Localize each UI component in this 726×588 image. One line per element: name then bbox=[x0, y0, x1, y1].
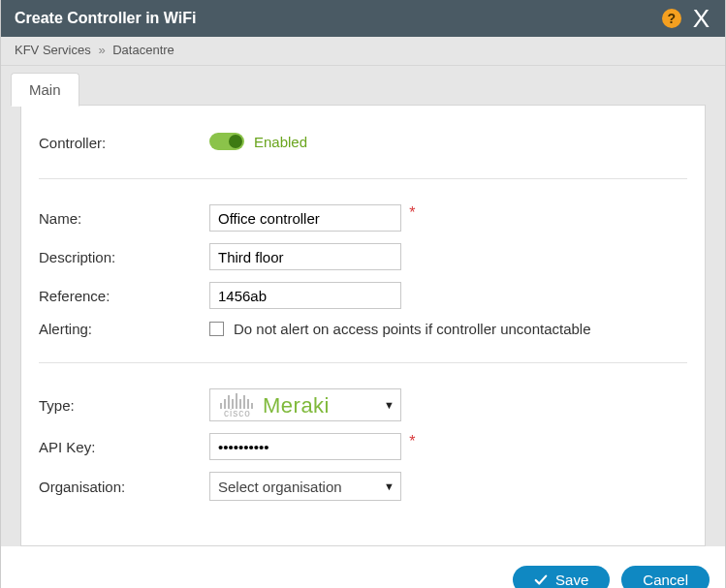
apikey-input[interactable] bbox=[209, 433, 401, 460]
tab-label: Main bbox=[29, 81, 61, 98]
chevron-down-icon: ▼ bbox=[384, 399, 395, 411]
cancel-button[interactable]: Cancel bbox=[621, 566, 710, 588]
close-icon[interactable]: X bbox=[689, 6, 713, 31]
check-icon bbox=[534, 573, 548, 587]
required-marker: * bbox=[409, 204, 415, 221]
modal-titlebar: Create Controller in WiFi ? X bbox=[1, 0, 725, 37]
tab-panel-main: Controller: Enabled bbox=[20, 105, 706, 546]
toggle-track bbox=[209, 133, 244, 150]
toggle-state-label: Enabled bbox=[254, 134, 307, 150]
name-input[interactable] bbox=[209, 204, 401, 232]
alerting-checkbox[interactable] bbox=[209, 322, 224, 336]
controller-label: Controller: bbox=[39, 127, 209, 159]
controller-enabled-toggle[interactable]: Enabled bbox=[209, 133, 307, 150]
description-input[interactable] bbox=[209, 243, 401, 270]
apikey-label: API Key: bbox=[39, 427, 209, 466]
tab-main[interactable]: Main bbox=[11, 73, 79, 107]
breadcrumb: KFV Services » Datacentre bbox=[1, 37, 725, 66]
reference-input[interactable] bbox=[209, 282, 401, 309]
modal-create-controller: Create Controller in WiFi ? X KFV Servic… bbox=[0, 0, 726, 588]
type-label: Type: bbox=[39, 383, 209, 427]
breadcrumb-item[interactable]: Datacentre bbox=[112, 43, 174, 57]
description-label: Description: bbox=[39, 237, 209, 276]
alerting-label: Alerting: bbox=[39, 315, 209, 343]
organisation-label: Organisation: bbox=[39, 466, 209, 507]
tab-bar: Main Controller: Enabled bbox=[1, 66, 725, 546]
organisation-select-value: Select organisation bbox=[218, 479, 342, 495]
save-button-label: Save bbox=[555, 572, 588, 588]
modal-title: Create Controller in WiFi bbox=[15, 10, 196, 27]
reference-label: Reference: bbox=[39, 276, 209, 315]
meraki-word: Meraki bbox=[263, 393, 330, 418]
modal-footer: Save Cancel bbox=[1, 556, 725, 588]
organisation-select[interactable]: Select organisation ▼ bbox=[209, 472, 401, 501]
toggle-knob bbox=[229, 135, 242, 148]
required-marker: * bbox=[409, 433, 415, 449]
name-label: Name: bbox=[39, 199, 209, 237]
cisco-meraki-logo: cisco Meraki bbox=[220, 391, 330, 418]
type-select[interactable]: cisco Meraki ▼ bbox=[209, 388, 401, 421]
chevron-down-icon: ▼ bbox=[384, 480, 395, 492]
breadcrumb-item[interactable]: KFV Services bbox=[15, 43, 91, 57]
cancel-button-label: Cancel bbox=[643, 572, 688, 588]
cisco-bars-icon bbox=[220, 391, 253, 409]
breadcrumb-separator: » bbox=[94, 43, 109, 57]
cisco-word: cisco bbox=[224, 409, 251, 418]
save-button[interactable]: Save bbox=[513, 566, 610, 588]
alerting-checkbox-label: Do not alert on access points if control… bbox=[234, 321, 591, 337]
help-icon[interactable]: ? bbox=[662, 9, 681, 28]
